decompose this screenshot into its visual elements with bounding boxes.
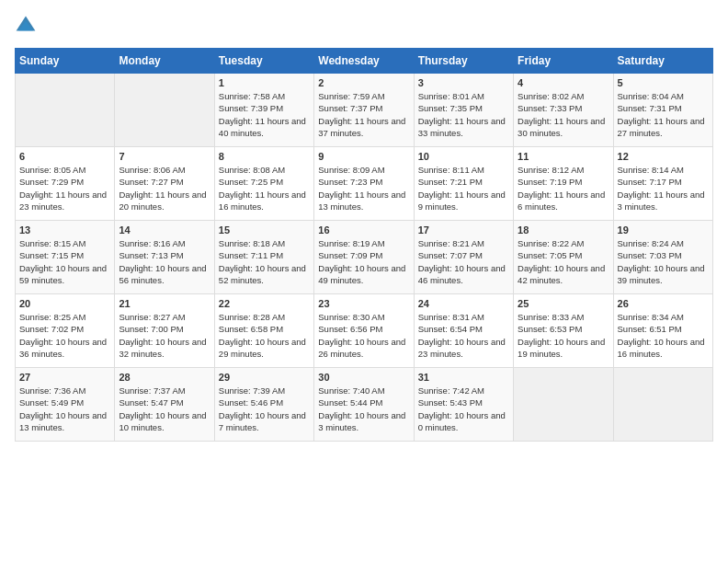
day-info: Sunrise: 7:37 AM Sunset: 5:47 PM Dayligh…	[119, 385, 210, 433]
column-header-friday: Friday	[514, 49, 613, 74]
day-info: Sunrise: 8:24 AM Sunset: 7:03 PM Dayligh…	[618, 237, 709, 286]
day-number: 31	[418, 372, 509, 383]
day-info: Sunrise: 8:08 AM Sunset: 7:25 PM Dayligh…	[219, 164, 310, 213]
day-cell: 31Sunrise: 7:42 AM Sunset: 5:43 PM Dayli…	[414, 368, 513, 442]
day-number: 2	[318, 77, 409, 88]
day-cell	[613, 368, 712, 442]
day-number: 12	[618, 151, 709, 162]
day-info: Sunrise: 8:30 AM Sunset: 6:56 PM Dayligh…	[318, 311, 409, 360]
day-number: 8	[219, 151, 310, 162]
week-row-1: 1Sunrise: 7:58 AM Sunset: 7:39 PM Daylig…	[16, 74, 713, 147]
day-info: Sunrise: 8:31 AM Sunset: 6:54 PM Dayligh…	[418, 311, 509, 360]
day-info: Sunrise: 8:09 AM Sunset: 7:23 PM Dayligh…	[318, 164, 409, 213]
day-number: 28	[119, 372, 210, 383]
day-cell: 1Sunrise: 7:58 AM Sunset: 7:39 PM Daylig…	[214, 74, 313, 147]
day-cell: 23Sunrise: 8:30 AM Sunset: 6:56 PM Dayli…	[314, 294, 414, 368]
logo	[15, 15, 40, 37]
day-cell: 20Sunrise: 8:25 AM Sunset: 7:02 PM Dayli…	[16, 294, 115, 368]
day-info: Sunrise: 8:02 AM Sunset: 7:33 PM Dayligh…	[518, 90, 609, 139]
day-cell: 12Sunrise: 8:14 AM Sunset: 7:17 PM Dayli…	[613, 147, 712, 221]
day-number: 15	[219, 224, 310, 236]
logo-icon	[15, 15, 37, 37]
day-info: Sunrise: 8:16 AM Sunset: 7:13 PM Dayligh…	[119, 237, 210, 286]
day-info: Sunrise: 8:22 AM Sunset: 7:05 PM Dayligh…	[518, 237, 609, 286]
day-info: Sunrise: 8:19 AM Sunset: 7:09 PM Dayligh…	[318, 237, 409, 286]
day-cell	[514, 368, 613, 442]
day-cell: 26Sunrise: 8:34 AM Sunset: 6:51 PM Dayli…	[613, 294, 712, 368]
day-number: 25	[518, 298, 609, 309]
day-info: Sunrise: 8:14 AM Sunset: 7:17 PM Dayligh…	[618, 164, 709, 213]
day-cell: 4Sunrise: 8:02 AM Sunset: 7:33 PM Daylig…	[514, 74, 613, 147]
day-number: 18	[518, 224, 609, 236]
day-number: 14	[119, 224, 210, 236]
day-info: Sunrise: 8:05 AM Sunset: 7:29 PM Dayligh…	[19, 164, 110, 213]
day-info: Sunrise: 7:39 AM Sunset: 5:46 PM Dayligh…	[219, 385, 310, 433]
day-number: 22	[219, 298, 310, 309]
column-headers: SundayMondayTuesdayWednesdayThursdayFrid…	[16, 49, 713, 74]
page-header	[15, 15, 713, 37]
day-cell: 28Sunrise: 7:37 AM Sunset: 5:47 PM Dayli…	[115, 368, 214, 442]
day-number: 11	[518, 151, 609, 162]
day-number: 27	[19, 372, 110, 383]
day-number: 23	[318, 298, 409, 309]
day-cell: 25Sunrise: 8:33 AM Sunset: 6:53 PM Dayli…	[514, 294, 613, 368]
day-info: Sunrise: 7:36 AM Sunset: 5:49 PM Dayligh…	[19, 385, 110, 433]
column-header-monday: Monday	[115, 49, 214, 74]
day-cell: 19Sunrise: 8:24 AM Sunset: 7:03 PM Dayli…	[613, 221, 712, 294]
day-info: Sunrise: 7:58 AM Sunset: 7:39 PM Dayligh…	[219, 90, 310, 139]
day-info: Sunrise: 8:33 AM Sunset: 6:53 PM Dayligh…	[518, 311, 609, 360]
day-cell: 15Sunrise: 8:18 AM Sunset: 7:11 PM Dayli…	[214, 221, 313, 294]
day-cell: 24Sunrise: 8:31 AM Sunset: 6:54 PM Dayli…	[414, 294, 513, 368]
day-number: 30	[318, 372, 409, 383]
day-cell: 9Sunrise: 8:09 AM Sunset: 7:23 PM Daylig…	[314, 147, 414, 221]
day-info: Sunrise: 8:25 AM Sunset: 7:02 PM Dayligh…	[19, 311, 110, 360]
week-row-5: 27Sunrise: 7:36 AM Sunset: 5:49 PM Dayli…	[16, 368, 713, 442]
day-cell: 30Sunrise: 7:40 AM Sunset: 5:44 PM Dayli…	[314, 368, 414, 442]
day-cell	[16, 74, 115, 147]
day-number: 10	[418, 151, 509, 162]
week-row-2: 6Sunrise: 8:05 AM Sunset: 7:29 PM Daylig…	[16, 147, 713, 221]
day-info: Sunrise: 7:40 AM Sunset: 5:44 PM Dayligh…	[318, 385, 409, 433]
day-cell: 27Sunrise: 7:36 AM Sunset: 5:49 PM Dayli…	[16, 368, 115, 442]
day-number: 24	[418, 298, 509, 309]
day-info: Sunrise: 8:06 AM Sunset: 7:27 PM Dayligh…	[119, 164, 210, 213]
day-number: 26	[618, 298, 709, 309]
week-row-3: 13Sunrise: 8:15 AM Sunset: 7:15 PM Dayli…	[16, 221, 713, 294]
day-cell: 13Sunrise: 8:15 AM Sunset: 7:15 PM Dayli…	[16, 221, 115, 294]
day-number: 5	[618, 77, 709, 88]
day-cell	[115, 74, 214, 147]
day-cell: 2Sunrise: 7:59 AM Sunset: 7:37 PM Daylig…	[314, 74, 414, 147]
day-cell: 18Sunrise: 8:22 AM Sunset: 7:05 PM Dayli…	[514, 221, 613, 294]
column-header-wednesday: Wednesday	[314, 49, 414, 74]
day-info: Sunrise: 8:12 AM Sunset: 7:19 PM Dayligh…	[518, 164, 609, 213]
day-number: 9	[318, 151, 409, 162]
day-number: 4	[518, 77, 609, 88]
day-info: Sunrise: 8:04 AM Sunset: 7:31 PM Dayligh…	[618, 90, 709, 139]
day-number: 16	[318, 224, 409, 236]
day-info: Sunrise: 8:34 AM Sunset: 6:51 PM Dayligh…	[618, 311, 709, 360]
day-cell: 11Sunrise: 8:12 AM Sunset: 7:19 PM Dayli…	[514, 147, 613, 221]
day-info: Sunrise: 8:11 AM Sunset: 7:21 PM Dayligh…	[418, 164, 509, 213]
day-cell: 3Sunrise: 8:01 AM Sunset: 7:35 PM Daylig…	[414, 74, 513, 147]
day-info: Sunrise: 8:01 AM Sunset: 7:35 PM Dayligh…	[418, 90, 509, 139]
day-number: 29	[219, 372, 310, 383]
day-info: Sunrise: 8:28 AM Sunset: 6:58 PM Dayligh…	[219, 311, 310, 360]
day-number: 20	[19, 298, 110, 309]
day-info: Sunrise: 8:27 AM Sunset: 7:00 PM Dayligh…	[119, 311, 210, 360]
day-cell: 29Sunrise: 7:39 AM Sunset: 5:46 PM Dayli…	[214, 368, 313, 442]
day-info: Sunrise: 8:21 AM Sunset: 7:07 PM Dayligh…	[418, 237, 509, 286]
day-number: 1	[219, 77, 310, 88]
day-info: Sunrise: 7:42 AM Sunset: 5:43 PM Dayligh…	[418, 385, 509, 433]
column-header-tuesday: Tuesday	[214, 49, 313, 74]
day-cell: 16Sunrise: 8:19 AM Sunset: 7:09 PM Dayli…	[314, 221, 414, 294]
day-cell: 7Sunrise: 8:06 AM Sunset: 7:27 PM Daylig…	[115, 147, 214, 221]
day-cell: 5Sunrise: 8:04 AM Sunset: 7:31 PM Daylig…	[613, 74, 712, 147]
day-number: 3	[418, 77, 509, 88]
day-number: 19	[618, 224, 709, 236]
day-cell: 14Sunrise: 8:16 AM Sunset: 7:13 PM Dayli…	[115, 221, 214, 294]
day-cell: 21Sunrise: 8:27 AM Sunset: 7:00 PM Dayli…	[115, 294, 214, 368]
column-header-thursday: Thursday	[414, 49, 513, 74]
day-cell: 8Sunrise: 8:08 AM Sunset: 7:25 PM Daylig…	[214, 147, 313, 221]
day-cell: 22Sunrise: 8:28 AM Sunset: 6:58 PM Dayli…	[214, 294, 313, 368]
day-info: Sunrise: 8:15 AM Sunset: 7:15 PM Dayligh…	[19, 237, 110, 286]
